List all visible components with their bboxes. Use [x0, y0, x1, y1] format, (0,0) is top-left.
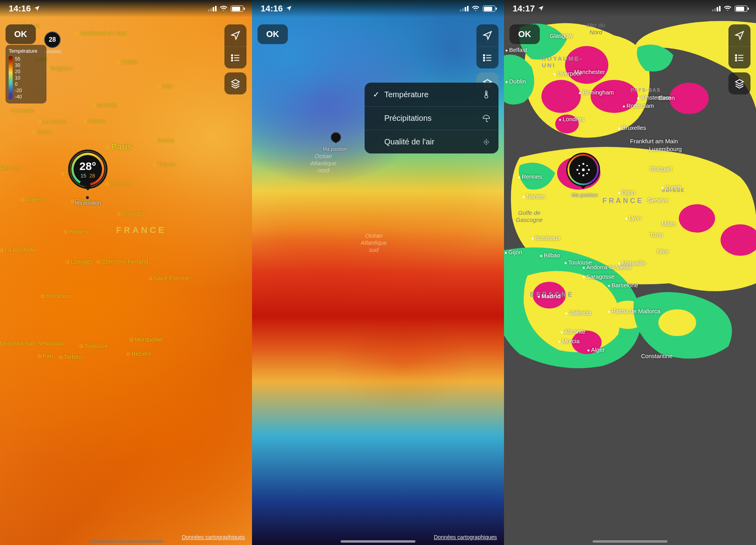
signal-icon	[460, 6, 469, 11]
city-label: Palma de Mallorca	[608, 308, 660, 314]
ok-button[interactable]: OK	[6, 24, 36, 44]
city-label: Belfast	[506, 46, 527, 53]
city-label: Dijon	[618, 189, 635, 196]
city-label: Gijón	[505, 249, 522, 255]
city-label: Nice	[657, 248, 669, 255]
air-quality-icon	[575, 162, 591, 177]
svg-point-15	[488, 141, 489, 142]
legend-ticks: 553020100-20-40	[15, 56, 22, 100]
city-label: La Rochelle	[0, 246, 36, 253]
svg-point-21	[487, 143, 488, 144]
my-location-pin[interactable]	[331, 132, 341, 142]
city-label: Toulouse	[80, 342, 108, 349]
city-label: Rennes	[0, 164, 20, 171]
city-label: Genève	[647, 197, 668, 203]
city-label: Constantine	[641, 353, 673, 359]
country-label: PAYS-BAS	[631, 87, 661, 93]
city-label: Madrid	[538, 293, 561, 299]
locate-button[interactable]	[224, 24, 246, 46]
panel-temperature-world: 14:16 OK Océan Atlantique nord Océan Atl…	[252, 0, 504, 545]
status-bar: 14:17	[504, 0, 756, 17]
city-label: Bruxelles	[618, 124, 646, 131]
city-label: Alger	[587, 346, 605, 353]
pin-label: Ma position	[323, 146, 347, 152]
city-label: Calais	[117, 58, 138, 65]
svg-point-36	[736, 59, 737, 61]
city-label: Orléans	[106, 180, 131, 187]
city-label: Bourges	[117, 210, 144, 217]
legend-title: Température	[9, 48, 43, 54]
svg-point-16	[486, 139, 487, 140]
city-label: Lyon	[625, 214, 641, 221]
layers-button[interactable]	[728, 72, 750, 94]
ok-button[interactable]: OK	[510, 24, 540, 44]
status-bar: 14:16	[0, 0, 252, 17]
pin-dot	[86, 196, 89, 199]
city-label: Zurich	[662, 184, 682, 191]
city-label: Troyes	[153, 161, 175, 167]
status-bar: 14:16	[252, 0, 504, 17]
battery-icon	[735, 6, 747, 12]
list-button[interactable]	[224, 46, 246, 68]
list-button[interactable]	[476, 46, 498, 68]
layer-item-label: Qualité de l'air	[381, 137, 481, 146]
continents-overlay	[252, 0, 504, 545]
svg-point-1	[232, 57, 233, 58]
layer-item-temperature[interactable]: ✓ Température	[365, 83, 498, 106]
city-label: València	[565, 309, 591, 316]
city-label: Glasgow	[550, 32, 573, 39]
pin-temperature: 28°	[80, 160, 96, 173]
air-quality-icon	[481, 138, 491, 146]
city-label: Nantes	[523, 193, 545, 200]
country-label: FRANCE	[602, 197, 644, 205]
status-time: 14:16	[261, 4, 283, 14]
country-label: FRANCE	[116, 225, 167, 235]
ocean-label: Océan Atlantique nord	[310, 153, 337, 174]
locate-button[interactable]	[728, 24, 750, 46]
city-label: Dublin	[506, 78, 526, 85]
air-quality-blobs	[504, 0, 756, 545]
list-button[interactable]	[728, 46, 750, 68]
city-label: Clermont-Ferrand	[97, 258, 148, 265]
city-label: Tarbes	[59, 353, 82, 360]
svg-point-28	[679, 204, 715, 233]
city-label: Rotterdam	[623, 102, 654, 109]
battery-icon	[231, 6, 243, 12]
city-label: Saragosse	[583, 273, 615, 280]
city-label: Turin	[650, 231, 663, 238]
city-badge-london[interactable]: 28	[44, 31, 61, 48]
air-quality-pin[interactable]	[566, 153, 600, 187]
svg-point-6	[484, 54, 485, 55]
umbrella-icon	[481, 114, 491, 123]
city-label: Murcia	[558, 338, 580, 344]
locate-button[interactable]	[476, 24, 498, 46]
city-label: Milan	[662, 220, 676, 227]
city-label: -Cotentin	[10, 107, 34, 114]
wifi-icon	[220, 4, 228, 14]
map-attribution-link[interactable]: Données cartographiques	[182, 534, 245, 540]
layer-item-air-quality[interactable]: Qualité de l'air	[365, 130, 498, 153]
city-label: Barcelone	[608, 282, 638, 288]
layer-item-precipitation[interactable]: Précipitations	[365, 106, 498, 130]
map-attribution-link[interactable]: Données cartographiques	[434, 534, 497, 540]
city-label: Amiens	[92, 102, 117, 108]
legend-gradient	[9, 56, 13, 100]
my-location-pin[interactable]: 28° 1528	[68, 150, 107, 189]
city-label: Luxembourg	[649, 146, 682, 152]
ok-button[interactable]: OK	[258, 24, 288, 44]
panel-temperature-local: 14:16 OK Température 553020100-20-40	[0, 0, 252, 545]
pin-temp-high: 28	[89, 173, 95, 179]
svg-point-8	[484, 59, 485, 61]
city-label: Frankfurt am Main	[630, 138, 678, 144]
location-icon	[286, 4, 292, 14]
city-label: Reims	[158, 137, 174, 144]
city-label: Le Havre	[38, 118, 67, 125]
city-label: Stuttgart	[650, 165, 672, 172]
layers-button[interactable]	[224, 72, 246, 94]
ocean-label: Océan Atlantique sud	[361, 232, 387, 253]
pin-label: Ma position	[75, 200, 101, 206]
city-label: Alicante	[561, 328, 585, 335]
svg-point-35	[736, 57, 737, 58]
svg-point-0	[232, 54, 233, 55]
wifi-icon	[724, 4, 732, 14]
